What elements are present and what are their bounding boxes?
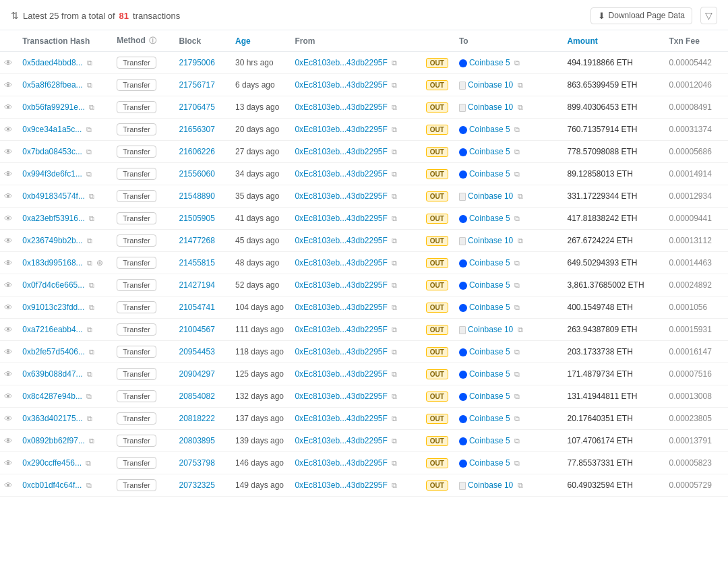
to-copy-icon[interactable]: ⧉	[514, 148, 520, 156]
copy-icon[interactable]: ⧉	[89, 281, 94, 289]
copy-icon[interactable]: ⧉	[89, 103, 94, 111]
from-copy-icon[interactable]: ⧉	[392, 414, 397, 422]
from-copy-icon[interactable]: ⧉	[392, 170, 397, 178]
to-name-link[interactable]: Coinbase 5	[469, 347, 510, 356]
eye-icon[interactable]: 👁	[4, 80, 13, 90]
block-link[interactable]: 21795006	[179, 58, 215, 67]
to-copy-icon[interactable]: ⧉	[514, 414, 520, 422]
tx-hash-link[interactable]: 0x5daed4bbd8...	[22, 58, 82, 67]
to-copy-icon[interactable]: ⧉	[514, 459, 520, 467]
tx-hash-link[interactable]: 0x5a8f628fbea...	[22, 80, 82, 90]
from-copy-icon[interactable]: ⧉	[392, 370, 397, 378]
block-link[interactable]: 20732325	[179, 480, 215, 490]
download-button[interactable]: ⬇ Download Page Data	[590, 7, 692, 24]
from-copy-icon[interactable]: ⧉	[392, 125, 397, 133]
plus-icon[interactable]: ⊕	[96, 258, 103, 268]
tx-hash-link[interactable]: 0xcb01df4c64f...	[22, 480, 82, 490]
block-link[interactable]: 21656307	[179, 125, 215, 134]
tx-hash-link[interactable]: 0x0f7d4c6e665...	[22, 280, 84, 290]
from-copy-icon[interactable]: ⧉	[392, 259, 397, 267]
from-copy-icon[interactable]: ⧉	[392, 481, 397, 489]
from-copy-icon[interactable]: ⧉	[392, 281, 397, 289]
eye-icon[interactable]: 👁	[4, 369, 13, 379]
block-link[interactable]: 21756717	[179, 80, 215, 90]
tx-hash-link[interactable]: 0x290ccffe456...	[22, 458, 82, 468]
copy-icon[interactable]: ⧉	[89, 214, 94, 222]
copy-icon[interactable]: ⧉	[87, 414, 92, 422]
to-name-link[interactable]: Coinbase 5	[469, 169, 510, 179]
to-name-link[interactable]: Coinbase 10	[468, 480, 513, 490]
to-copy-icon[interactable]: ⧉	[518, 237, 523, 245]
from-copy-icon[interactable]: ⧉	[392, 303, 397, 311]
eye-icon[interactable]: 👁	[4, 169, 13, 179]
block-link[interactable]: 21548890	[179, 191, 215, 201]
eye-icon[interactable]: 👁	[4, 458, 13, 468]
block-link[interactable]: 21004567	[179, 325, 215, 334]
from-copy-icon[interactable]: ⧉	[392, 59, 397, 67]
tx-hash-link[interactable]: 0xb2fe57d5406...	[22, 347, 85, 356]
to-copy-icon[interactable]: ⧉	[518, 481, 523, 489]
block-link[interactable]: 20818222	[179, 414, 215, 423]
to-name-link[interactable]: Coinbase 5	[469, 58, 510, 67]
copy-icon[interactable]: ⧉	[89, 192, 94, 200]
copy-icon[interactable]: ⧉	[89, 437, 94, 445]
from-copy-icon[interactable]: ⧉	[392, 325, 397, 334]
tx-hash-link[interactable]: 0x0892bb62f97...	[22, 436, 85, 445]
to-name-link[interactable]: Coinbase 5	[469, 458, 510, 468]
eye-icon[interactable]: 👁	[4, 280, 13, 290]
eye-icon[interactable]: 👁	[4, 303, 13, 313]
to-copy-icon[interactable]: ⧉	[518, 192, 523, 200]
eye-icon[interactable]: 👁	[4, 347, 13, 357]
copy-icon[interactable]: ⧉	[86, 170, 92, 178]
tx-hash-link[interactable]: 0x183d995168...	[22, 258, 82, 268]
tx-hash-link[interactable]: 0x9ce34a1a5c...	[22, 125, 82, 134]
to-copy-icon[interactable]: ⧉	[514, 170, 520, 178]
from-copy-icon[interactable]: ⧉	[392, 392, 397, 400]
th-age[interactable]: Age	[231, 30, 291, 52]
to-name-link[interactable]: Coinbase 5	[469, 414, 510, 423]
block-link[interactable]: 21556060	[179, 169, 215, 179]
to-name-link[interactable]: Coinbase 5	[469, 303, 510, 312]
method-info-icon[interactable]: ⓘ	[149, 36, 156, 44]
copy-icon[interactable]: ⧉	[86, 148, 92, 156]
eye-icon[interactable]: 👁	[4, 258, 13, 268]
block-link[interactable]: 20854082	[179, 391, 215, 401]
from-copy-icon[interactable]: ⧉	[392, 192, 397, 200]
tx-hash-link[interactable]: 0xa23ebf53916...	[22, 214, 85, 223]
tx-hash-link[interactable]: 0x7bda08453c...	[22, 147, 82, 156]
to-name-link[interactable]: Coinbase 5	[469, 369, 510, 379]
block-link[interactable]: 20904297	[179, 369, 215, 379]
eye-icon[interactable]: 👁	[4, 414, 13, 424]
block-link[interactable]: 21054741	[179, 303, 215, 312]
block-link[interactable]: 21427194	[179, 280, 215, 290]
to-copy-icon[interactable]: ⧉	[518, 81, 523, 89]
copy-icon[interactable]: ⧉	[86, 459, 91, 467]
from-copy-icon[interactable]: ⧉	[392, 103, 397, 111]
block-link[interactable]: 20954453	[179, 347, 215, 356]
copy-icon[interactable]: ⧉	[87, 81, 92, 89]
eye-icon[interactable]: 👁	[4, 325, 13, 335]
from-copy-icon[interactable]: ⧉	[392, 459, 397, 467]
copy-icon[interactable]: ⧉	[87, 59, 92, 67]
from-copy-icon[interactable]: ⧉	[392, 214, 397, 222]
copy-icon[interactable]: ⧉	[89, 348, 94, 356]
to-name-link[interactable]: Coinbase 10	[468, 191, 513, 201]
block-link[interactable]: 20803895	[179, 436, 215, 445]
copy-icon[interactable]: ⧉	[86, 481, 92, 489]
to-copy-icon[interactable]: ⧉	[514, 303, 520, 311]
eye-icon[interactable]: 👁	[4, 102, 13, 113]
eye-icon[interactable]: 👁	[4, 391, 13, 402]
eye-icon[interactable]: 👁	[4, 214, 13, 224]
tx-hash-link[interactable]: 0x363d402175...	[22, 414, 82, 423]
to-copy-icon[interactable]: ⧉	[514, 348, 520, 356]
to-copy-icon[interactable]: ⧉	[514, 281, 520, 289]
tx-hash-link[interactable]: 0xa7216eabb4...	[22, 325, 82, 334]
tx-hash-link[interactable]: 0x994f3de6fc1...	[22, 169, 82, 179]
eye-icon[interactable]: 👁	[4, 125, 13, 135]
from-copy-icon[interactable]: ⧉	[392, 81, 397, 89]
eye-icon[interactable]: 👁	[4, 236, 13, 246]
block-link[interactable]: 21706475	[179, 102, 215, 112]
from-copy-icon[interactable]: ⧉	[392, 348, 397, 356]
to-name-link[interactable]: Coinbase 5	[469, 258, 510, 268]
to-name-link[interactable]: Coinbase 5	[469, 391, 510, 401]
